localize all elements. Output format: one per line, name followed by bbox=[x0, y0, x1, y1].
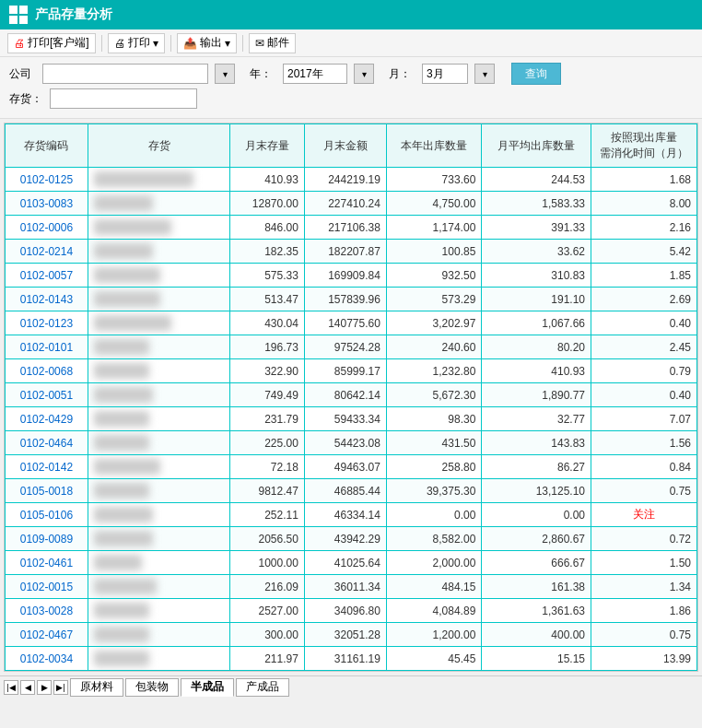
table-cell-qty_out: 5,672.30 bbox=[386, 383, 481, 407]
table-cell-code[interactable]: 0105-0018 bbox=[6, 479, 88, 503]
table-cell-qty_end: 9812.47 bbox=[230, 479, 305, 503]
nav-prev-btn[interactable]: ◀ bbox=[20, 680, 35, 695]
table-cell-code[interactable]: 0105-0106 bbox=[6, 503, 88, 527]
col-header-consume: 按照现出库量需消化时间（月） bbox=[591, 124, 697, 168]
bottom-tabs: |◀ ◀ ▶ ▶| 原材料 包装物 半成品 产成品 bbox=[0, 675, 702, 698]
table-cell-code[interactable]: 0102-0214 bbox=[6, 240, 88, 264]
table-cell-consume: 关注 bbox=[591, 503, 697, 527]
mail-button[interactable]: ✉ 邮件 bbox=[249, 33, 296, 53]
table-row: 0102-0057某产品名称规575.33169909.84932.50310.… bbox=[6, 264, 697, 288]
table-cell-qty_end: 322.90 bbox=[230, 359, 305, 383]
table-cell-amt_end: 54423.08 bbox=[304, 431, 386, 455]
year-dropdown-btn[interactable]: ▾ bbox=[354, 64, 374, 84]
table-cell-qty_out: 484.15 bbox=[386, 575, 481, 599]
table-cell-name: 某产品（干） bbox=[88, 288, 229, 311]
company-dropdown-btn[interactable]: ▾ bbox=[215, 64, 235, 84]
table-header-row: 存货编码 存货 月末存量 月末金额 本年出库数量 月平均出库数量 按照现出库量需… bbox=[6, 124, 697, 168]
export-button[interactable]: 📤 输出 ▾ bbox=[177, 33, 237, 53]
table-cell-code[interactable]: 0102-0429 bbox=[6, 407, 88, 431]
tab-raw-material[interactable]: 原材料 bbox=[70, 678, 123, 697]
filter-row-1: 公司 ▾ 年： ▾ 月： ▾ 查询 bbox=[9, 63, 693, 85]
table-cell-name: 某产品名称规格 bbox=[88, 216, 229, 240]
table-cell-code[interactable]: 0109-0089 bbox=[6, 527, 88, 551]
table-cell-name: 某产品名称 bbox=[88, 431, 229, 455]
table-cell-qty_out: 733.60 bbox=[386, 168, 481, 192]
print-button[interactable]: 🖨 打印 ▾ bbox=[108, 33, 165, 53]
table-cell-qty_out: 1,232.80 bbox=[386, 359, 481, 383]
company-input[interactable] bbox=[42, 64, 208, 84]
table-cell-avg_out: 310.83 bbox=[482, 264, 591, 288]
stock-input[interactable] bbox=[50, 88, 197, 109]
table-cell-consume: 13.99 bbox=[591, 647, 697, 671]
table-cell-code[interactable]: 0102-0034 bbox=[6, 647, 88, 671]
nav-last-btn[interactable]: ▶| bbox=[53, 680, 68, 695]
month-dropdown-btn[interactable]: ▾ bbox=[474, 64, 495, 84]
table-cell-consume: 0.79 bbox=[591, 359, 697, 383]
table-cell-avg_out: 33.62 bbox=[482, 240, 591, 264]
query-button[interactable]: 查询 bbox=[511, 63, 561, 85]
print-icon: 🖨 bbox=[114, 37, 125, 50]
table-row: 0103-0028某产品名称2527.0034096.804,084.891,3… bbox=[6, 599, 697, 623]
table-row: 0105-0106某产品名称)252.1146334.140.000.00关注 bbox=[6, 503, 697, 527]
nav-next-btn[interactable]: ▶ bbox=[37, 680, 52, 695]
nav-first-btn[interactable]: |◀ bbox=[4, 680, 18, 695]
table-cell-avg_out: 391.33 bbox=[482, 216, 591, 240]
col-header-qty-end: 月末存量 bbox=[230, 124, 305, 168]
table-cell-code[interactable]: 0102-0467 bbox=[6, 623, 88, 647]
table-cell-code[interactable]: 0102-0125 bbox=[6, 168, 88, 192]
table-cell-avg_out: 1,361.63 bbox=[482, 599, 591, 623]
table-cell-name: 某产品名称 bbox=[88, 335, 229, 359]
table-cell-amt_end: 217106.38 bbox=[304, 216, 386, 240]
divider-2 bbox=[170, 35, 171, 52]
table-cell-name: 某产品名称) bbox=[88, 503, 229, 527]
tab-semi-finished[interactable]: 半成品 bbox=[181, 678, 234, 697]
table-cell-code[interactable]: 0102-0006 bbox=[6, 216, 88, 240]
table-cell-code[interactable]: 0102-0101 bbox=[6, 335, 88, 359]
table-cell-consume: 1.86 bbox=[591, 599, 697, 623]
table-cell-name: 某产品名称 bbox=[88, 407, 229, 431]
export-icon: 📤 bbox=[183, 37, 197, 50]
export-dropdown-icon: ▾ bbox=[225, 37, 230, 50]
month-input[interactable] bbox=[422, 64, 468, 84]
year-input[interactable] bbox=[283, 64, 347, 84]
table-cell-code[interactable]: 0103-0028 bbox=[6, 599, 88, 623]
table-row: 0102-0068某产品名称322.9085999.171,232.80410.… bbox=[6, 359, 697, 383]
page-title: 产品存量分析 bbox=[35, 6, 112, 23]
table-cell-code[interactable]: 0102-0143 bbox=[6, 288, 88, 311]
divider-1 bbox=[101, 35, 102, 52]
table-row: 0102-0467某产品名称300.0032051.281,200.00400.… bbox=[6, 623, 697, 647]
table-cell-consume: 0.84 bbox=[591, 455, 697, 479]
table-cell-code[interactable]: 0102-0015 bbox=[6, 575, 88, 599]
table-cell-amt_end: 157839.96 bbox=[304, 288, 386, 311]
table-cell-amt_end: 80642.14 bbox=[304, 383, 386, 407]
table-cell-code[interactable]: 0102-0461 bbox=[6, 551, 88, 575]
data-table: 存货编码 存货 月末存量 月末金额 本年出库数量 月平均出库数量 按照现出库量需… bbox=[5, 123, 697, 671]
table-cell-code[interactable]: 0102-0123 bbox=[6, 311, 88, 335]
col-header-name: 存货 bbox=[88, 124, 229, 168]
table-cell-qty_end: 575.33 bbox=[230, 264, 305, 288]
table-cell-code[interactable]: 0103-0083 bbox=[6, 192, 88, 216]
table-cell-name: 某产品名称 bbox=[88, 623, 229, 647]
table-cell-qty_out: 45.45 bbox=[386, 647, 481, 671]
tab-finished[interactable]: 产成品 bbox=[236, 678, 289, 697]
table-cell-avg_out: 244.53 bbox=[482, 168, 591, 192]
table-row: 0102-0101某产品名称196.7397524.28240.6080.202… bbox=[6, 335, 697, 359]
table-row: 0102-0051某产品名称)749.4980642.145,672.301,8… bbox=[6, 383, 697, 407]
table-cell-code[interactable]: 0102-0464 bbox=[6, 431, 88, 455]
table-cell-consume: 2.45 bbox=[591, 335, 697, 359]
table-cell-amt_end: 31161.19 bbox=[304, 647, 386, 671]
table-cell-name: 某产品名称) bbox=[88, 527, 229, 551]
table-cell-consume: 0.75 bbox=[591, 623, 697, 647]
table-cell-qty_out: 39,375.30 bbox=[386, 479, 481, 503]
table-cell-consume: 2.16 bbox=[591, 216, 697, 240]
print-client-button[interactable]: 🖨 打印[客户端] bbox=[7, 33, 96, 53]
table-cell-code[interactable]: 0102-0068 bbox=[6, 359, 88, 383]
table-row: 0102-0461某产品(Y)1000.0041025.642,000.0066… bbox=[6, 551, 697, 575]
table-cell-code[interactable]: 0102-0142 bbox=[6, 455, 88, 479]
col-header-amt-end: 月末金额 bbox=[304, 124, 386, 168]
table-cell-avg_out: 666.67 bbox=[482, 551, 591, 575]
tab-packaging[interactable]: 包装物 bbox=[125, 678, 179, 697]
table-cell-amt_end: 36011.34 bbox=[304, 575, 386, 599]
table-cell-code[interactable]: 0102-0057 bbox=[6, 264, 88, 288]
table-cell-code[interactable]: 0102-0051 bbox=[6, 383, 88, 407]
